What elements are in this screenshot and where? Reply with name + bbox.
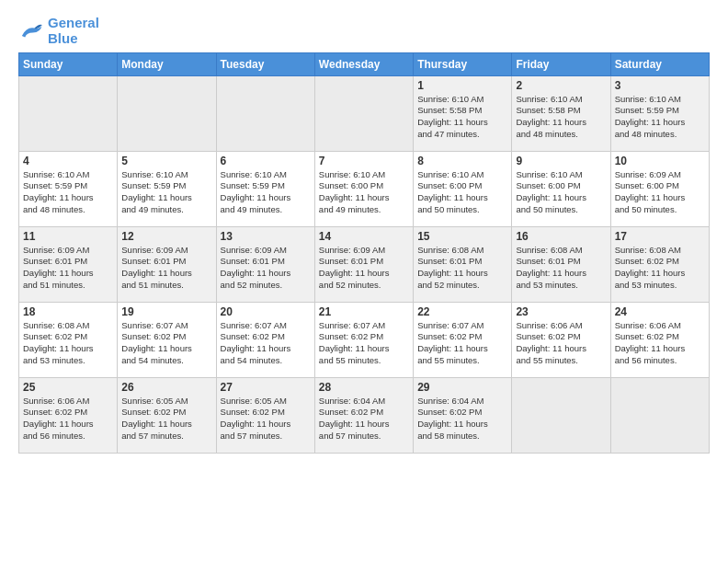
day-number: 1 (417, 79, 507, 92)
calendar-cell: 20Sunrise: 6:07 AMSunset: 6:02 PMDayligh… (216, 302, 314, 377)
day-info: Sunrise: 6:08 AMSunset: 6:02 PMDaylight:… (23, 320, 113, 367)
day-info: Sunrise: 6:07 AMSunset: 6:02 PMDaylight:… (121, 320, 211, 367)
day-number: 17 (615, 230, 705, 243)
day-header-friday: Friday (512, 52, 610, 75)
day-info: Sunrise: 6:10 AMSunset: 5:59 PMDaylight:… (121, 169, 211, 216)
day-number: 12 (121, 230, 211, 243)
logo: General Blue (18, 15, 99, 47)
calendar-cell: 25Sunrise: 6:06 AMSunset: 6:02 PMDayligh… (19, 377, 118, 453)
day-number: 11 (23, 230, 113, 243)
calendar-cell: 1Sunrise: 6:10 AMSunset: 5:58 PMDaylight… (414, 75, 512, 151)
day-info: Sunrise: 6:07 AMSunset: 6:02 PMDaylight:… (319, 320, 409, 367)
day-number: 13 (221, 230, 311, 243)
day-number: 8 (417, 155, 507, 167)
calendar-header-row: SundayMondayTuesdayWednesdayThursdayFrid… (19, 52, 710, 75)
calendar-cell: 29Sunrise: 6:04 AMSunset: 6:02 PMDayligh… (414, 377, 512, 453)
day-info: Sunrise: 6:07 AMSunset: 6:02 PMDaylight:… (417, 320, 507, 367)
day-number: 9 (516, 155, 606, 167)
day-number: 20 (221, 305, 311, 318)
day-info: Sunrise: 6:06 AMSunset: 6:02 PMDaylight:… (615, 320, 705, 367)
day-number: 26 (121, 381, 211, 394)
calendar-cell: 13Sunrise: 6:09 AMSunset: 6:01 PMDayligh… (216, 226, 314, 302)
calendar-cell (610, 377, 709, 453)
day-info: Sunrise: 6:09 AMSunset: 6:01 PMDaylight:… (221, 245, 311, 292)
logo-icon (18, 20, 44, 40)
day-number: 25 (23, 381, 113, 394)
calendar-cell: 27Sunrise: 6:05 AMSunset: 6:02 PMDayligh… (216, 377, 314, 453)
calendar-cell: 16Sunrise: 6:08 AMSunset: 6:01 PMDayligh… (512, 226, 610, 302)
calendar-table: SundayMondayTuesdayWednesdayThursdayFrid… (18, 52, 710, 454)
day-info: Sunrise: 6:10 AMSunset: 5:58 PMDaylight:… (516, 94, 606, 141)
calendar-cell: 22Sunrise: 6:07 AMSunset: 6:02 PMDayligh… (414, 302, 512, 377)
day-number: 27 (221, 381, 311, 394)
day-info: Sunrise: 6:09 AMSunset: 6:01 PMDaylight:… (23, 245, 113, 292)
day-info: Sunrise: 6:10 AMSunset: 5:59 PMDaylight:… (221, 169, 311, 216)
calendar-cell: 21Sunrise: 6:07 AMSunset: 6:02 PMDayligh… (314, 302, 413, 377)
day-number: 15 (417, 230, 507, 243)
calendar-cell: 23Sunrise: 6:06 AMSunset: 6:02 PMDayligh… (512, 302, 610, 377)
day-info: Sunrise: 6:10 AMSunset: 6:00 PMDaylight:… (319, 169, 409, 216)
day-number: 29 (417, 381, 507, 394)
calendar-cell: 5Sunrise: 6:10 AMSunset: 5:59 PMDaylight… (118, 151, 216, 226)
day-info: Sunrise: 6:04 AMSunset: 6:02 PMDaylight:… (319, 396, 409, 442)
calendar-cell (118, 75, 216, 151)
calendar-cell: 26Sunrise: 6:05 AMSunset: 6:02 PMDayligh… (118, 377, 216, 453)
day-header-wednesday: Wednesday (314, 52, 413, 75)
calendar-cell: 19Sunrise: 6:07 AMSunset: 6:02 PMDayligh… (118, 302, 216, 377)
calendar-week-row: 4Sunrise: 6:10 AMSunset: 5:59 PMDaylight… (19, 151, 710, 226)
day-number: 6 (221, 155, 311, 167)
calendar-week-row: 25Sunrise: 6:06 AMSunset: 6:02 PMDayligh… (19, 377, 710, 453)
day-number: 22 (417, 305, 507, 318)
day-info: Sunrise: 6:09 AMSunset: 6:01 PMDaylight:… (319, 245, 409, 292)
day-header-thursday: Thursday (414, 52, 512, 75)
header: General Blue (18, 15, 710, 47)
calendar-cell (19, 75, 118, 151)
calendar-week-row: 18Sunrise: 6:08 AMSunset: 6:02 PMDayligh… (19, 302, 710, 377)
calendar-cell: 17Sunrise: 6:08 AMSunset: 6:02 PMDayligh… (610, 226, 709, 302)
calendar-cell (314, 75, 413, 151)
calendar-cell: 8Sunrise: 6:10 AMSunset: 6:00 PMDaylight… (414, 151, 512, 226)
calendar-cell: 11Sunrise: 6:09 AMSunset: 6:01 PMDayligh… (19, 226, 118, 302)
calendar-week-row: 11Sunrise: 6:09 AMSunset: 6:01 PMDayligh… (19, 226, 710, 302)
day-info: Sunrise: 6:06 AMSunset: 6:02 PMDaylight:… (516, 320, 606, 367)
day-info: Sunrise: 6:10 AMSunset: 5:59 PMDaylight:… (615, 94, 705, 141)
day-info: Sunrise: 6:09 AMSunset: 6:01 PMDaylight:… (121, 245, 211, 292)
day-info: Sunrise: 6:08 AMSunset: 6:01 PMDaylight:… (417, 245, 507, 292)
day-number: 4 (23, 155, 113, 167)
day-info: Sunrise: 6:10 AMSunset: 6:00 PMDaylight:… (417, 169, 507, 216)
day-number: 3 (615, 79, 705, 92)
calendar-cell: 3Sunrise: 6:10 AMSunset: 5:59 PMDaylight… (610, 75, 709, 151)
day-number: 7 (319, 155, 409, 167)
calendar-cell: 6Sunrise: 6:10 AMSunset: 5:59 PMDaylight… (216, 151, 314, 226)
day-info: Sunrise: 6:05 AMSunset: 6:02 PMDaylight:… (121, 396, 211, 442)
calendar-cell: 4Sunrise: 6:10 AMSunset: 5:59 PMDaylight… (19, 151, 118, 226)
day-info: Sunrise: 6:10 AMSunset: 5:58 PMDaylight:… (417, 94, 507, 141)
calendar-cell: 2Sunrise: 6:10 AMSunset: 5:58 PMDaylight… (512, 75, 610, 151)
calendar-cell: 15Sunrise: 6:08 AMSunset: 6:01 PMDayligh… (414, 226, 512, 302)
page: General Blue SundayMondayTuesdayWednesda… (0, 0, 728, 463)
day-header-monday: Monday (118, 52, 216, 75)
calendar-cell: 9Sunrise: 6:10 AMSunset: 6:00 PMDaylight… (512, 151, 610, 226)
calendar-cell: 12Sunrise: 6:09 AMSunset: 6:01 PMDayligh… (118, 226, 216, 302)
calendar-cell (216, 75, 314, 151)
day-number: 19 (121, 305, 211, 318)
calendar-cell: 24Sunrise: 6:06 AMSunset: 6:02 PMDayligh… (610, 302, 709, 377)
day-info: Sunrise: 6:10 AMSunset: 5:59 PMDaylight:… (23, 169, 113, 216)
day-info: Sunrise: 6:08 AMSunset: 6:02 PMDaylight:… (615, 245, 705, 292)
day-info: Sunrise: 6:05 AMSunset: 6:02 PMDaylight:… (221, 396, 311, 442)
calendar-cell: 18Sunrise: 6:08 AMSunset: 6:02 PMDayligh… (19, 302, 118, 377)
day-info: Sunrise: 6:07 AMSunset: 6:02 PMDaylight:… (221, 320, 311, 367)
calendar-cell (512, 377, 610, 453)
calendar-week-row: 1Sunrise: 6:10 AMSunset: 5:58 PMDaylight… (19, 75, 710, 151)
day-info: Sunrise: 6:10 AMSunset: 6:00 PMDaylight:… (516, 169, 606, 216)
calendar-cell: 7Sunrise: 6:10 AMSunset: 6:00 PMDaylight… (314, 151, 413, 226)
day-info: Sunrise: 6:09 AMSunset: 6:00 PMDaylight:… (615, 169, 705, 216)
calendar-cell: 14Sunrise: 6:09 AMSunset: 6:01 PMDayligh… (314, 226, 413, 302)
day-number: 2 (516, 79, 606, 92)
day-info: Sunrise: 6:06 AMSunset: 6:02 PMDaylight:… (23, 396, 113, 442)
calendar-cell: 28Sunrise: 6:04 AMSunset: 6:02 PMDayligh… (314, 377, 413, 453)
logo-text: General Blue (48, 15, 99, 47)
day-header-saturday: Saturday (610, 52, 709, 75)
day-number: 5 (121, 155, 211, 167)
calendar-cell: 10Sunrise: 6:09 AMSunset: 6:00 PMDayligh… (610, 151, 709, 226)
